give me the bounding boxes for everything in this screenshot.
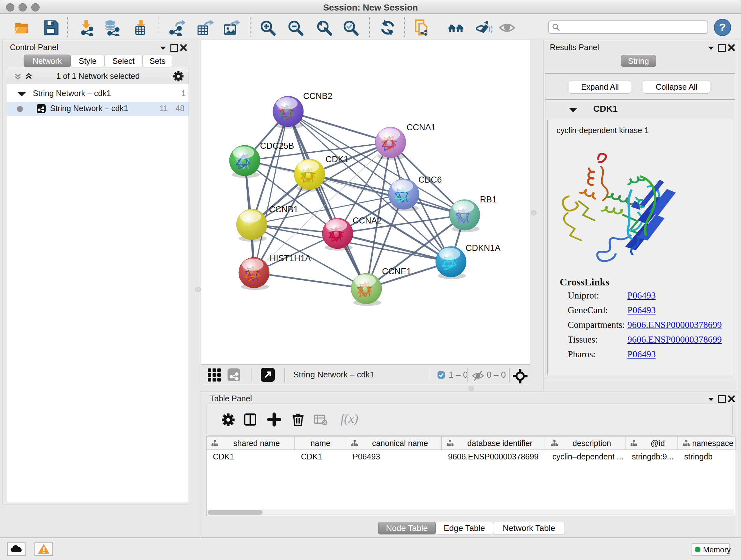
svg-text:CDC6: CDC6 — [418, 175, 442, 185]
svg-text:CDKN1A: CDKN1A — [466, 243, 501, 253]
svg-text:CCNE1: CCNE1 — [382, 266, 411, 276]
svg-text:CDC25B: CDC25B — [260, 141, 294, 151]
svg-text:CCNA2: CCNA2 — [353, 216, 382, 226]
svg-text:CCNB2: CCNB2 — [303, 91, 333, 101]
svg-text:RB1: RB1 — [480, 195, 497, 204]
svg-text:HIST1H1A: HIST1H1A — [270, 253, 311, 263]
svg-text:CCNA1: CCNA1 — [407, 123, 436, 132]
svg-text:CCNB1: CCNB1 — [269, 205, 298, 214]
svg-text:CDK1: CDK1 — [326, 154, 348, 164]
